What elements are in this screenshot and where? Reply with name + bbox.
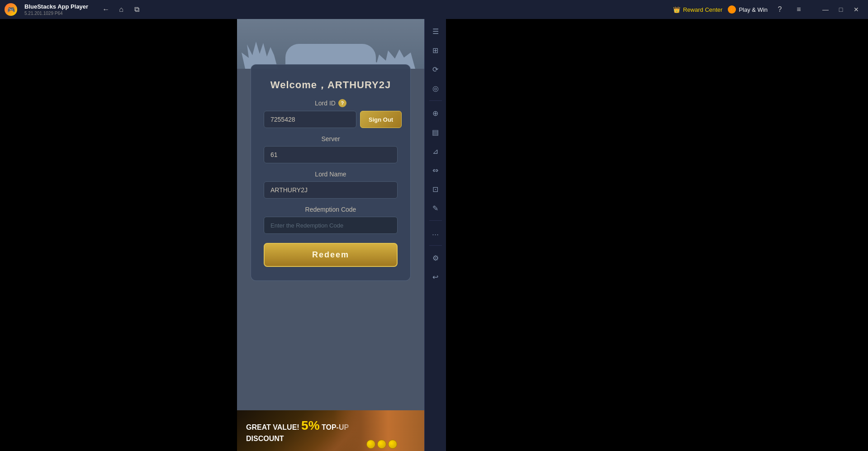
play-win-button[interactable]: 🔸 Play & Win xyxy=(728,5,768,14)
help-button[interactable]: ? xyxy=(773,3,787,16)
silhouette-container xyxy=(237,28,424,69)
maximize-button[interactable]: □ xyxy=(834,2,848,17)
main-area: Welcome，ARTHURY2J Lord ID ? Sign Out Ser… xyxy=(0,19,868,451)
game-background-top xyxy=(237,19,424,69)
server-input[interactable] xyxy=(264,146,398,163)
sidebar-icon-back[interactable]: ↩ xyxy=(427,268,444,285)
game-area: Welcome，ARTHURY2J Lord ID ? Sign Out Ser… xyxy=(237,19,424,451)
lord-id-row: Sign Out xyxy=(264,111,398,128)
reward-center-button[interactable]: 👑 Reward Center xyxy=(673,6,722,13)
sidebar-icon-grid[interactable]: ⊞ xyxy=(427,42,444,59)
left-panel xyxy=(0,19,237,451)
app-name: BlueStacks App Player xyxy=(24,3,88,10)
sidebar-icon-more[interactable]: … xyxy=(427,224,444,242)
coin-1 xyxy=(366,440,375,449)
sidebar-icon-swap[interactable]: ⇔ xyxy=(427,161,444,179)
figure-silhouette-center xyxy=(285,44,376,66)
minimize-button[interactable]: — xyxy=(818,2,833,17)
server-label: Server xyxy=(264,135,398,142)
sidebar-icon-install[interactable]: ⊕ xyxy=(427,104,444,122)
sidebar-icon-rotate[interactable]: ⟳ xyxy=(427,61,444,78)
sidebar-separator-3 xyxy=(429,245,442,246)
coin-3 xyxy=(388,440,397,449)
app-info: BlueStacks App Player 5.21.201.1029 P64 xyxy=(24,3,88,16)
play-win-label: Play & Win xyxy=(739,6,768,13)
title-bar-right: 👑 Reward Center 🔸 Play & Win ? ≡ — □ ✕ xyxy=(673,2,863,17)
lord-name-label: Lord Name xyxy=(264,171,398,178)
home-button[interactable]: ⌂ xyxy=(114,3,128,16)
redemption-code-input[interactable] xyxy=(264,217,398,234)
banner-coins xyxy=(366,440,397,449)
play-win-icon: 🔸 xyxy=(728,5,736,14)
lord-id-input[interactable] xyxy=(264,111,356,128)
sidebar-icon-layout[interactable]: ☰ xyxy=(427,23,444,40)
banner-percent: 5% xyxy=(301,418,319,432)
sign-out-button[interactable]: Sign Out xyxy=(360,111,402,128)
menu-button[interactable]: ≡ xyxy=(792,3,806,16)
welcome-text: Welcome，ARTHURY2J xyxy=(264,78,398,92)
multi-window-button[interactable]: ⧉ xyxy=(130,3,143,16)
right-black-area xyxy=(446,19,868,451)
lord-name-input[interactable] xyxy=(264,181,398,199)
title-bar-nav: ← ⌂ ⧉ xyxy=(99,3,143,16)
coin-2 xyxy=(377,440,386,449)
redeem-button[interactable]: Redeem xyxy=(264,243,398,267)
title-bar: 🎮 BlueStacks App Player 5.21.201.1029 P6… xyxy=(0,0,868,19)
app-logo: 🎮 xyxy=(5,3,17,16)
redemption-code-label: Redemption Code xyxy=(264,206,398,213)
app-version: 5.21.201.1029 P64 xyxy=(24,11,88,16)
sidebar-icon-resize[interactable]: ⊿ xyxy=(427,142,444,160)
crown-icon: 👑 xyxy=(673,6,680,13)
sidebar-separator-1 xyxy=(429,100,442,101)
sidebar-icon-apk[interactable]: ▤ xyxy=(427,123,444,141)
back-button[interactable]: ← xyxy=(99,3,113,16)
lord-id-help-icon[interactable]: ? xyxy=(338,99,346,107)
sidebar-icon-camera[interactable]: ◎ xyxy=(427,80,444,97)
sidebar-icon-edit[interactable]: ✎ xyxy=(427,199,444,217)
redemption-dialog: Welcome，ARTHURY2J Lord ID ? Sign Out Ser… xyxy=(251,64,411,281)
reward-center-label: Reward Center xyxy=(683,6,722,13)
lord-id-label: Lord ID ? xyxy=(264,99,398,107)
sidebar-icon-macro[interactable]: ⊡ xyxy=(427,180,444,198)
window-controls: — □ ✕ xyxy=(818,2,863,17)
sidebar-icon-settings[interactable]: ⚙ xyxy=(427,249,444,266)
title-bar-left: 🎮 BlueStacks App Player 5.21.201.1029 P6… xyxy=(5,3,673,16)
promotion-banner[interactable]: GREAT VALUE! 5% TOP-UP DISCOUNT xyxy=(237,410,424,451)
close-button[interactable]: ✕ xyxy=(849,2,863,17)
sidebar-separator-2 xyxy=(429,220,442,221)
right-sidebar: ☰ ⊞ ⟳ ◎ ⊕ ▤ ⊿ ⇔ ⊡ ✎ … ⚙ ↩ xyxy=(424,19,446,451)
